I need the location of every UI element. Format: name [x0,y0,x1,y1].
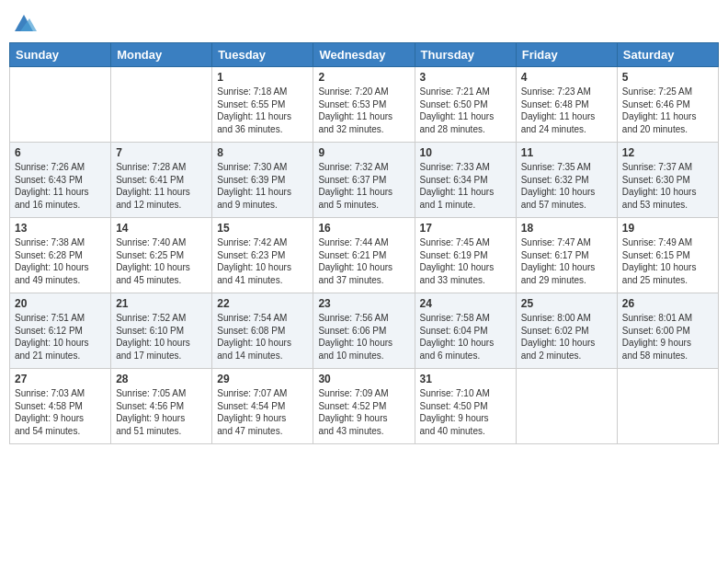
calendar-cell: 20Sunrise: 7:51 AM Sunset: 6:12 PM Dayli… [10,293,111,369]
day-number: 15 [217,222,308,235]
weekday-header-saturday: Saturday [617,43,718,67]
day-number: 21 [116,297,207,310]
day-info: Sunrise: 7:52 AM Sunset: 6:10 PM Dayligh… [116,312,207,362]
calendar-cell: 16Sunrise: 7:44 AM Sunset: 6:21 PM Dayli… [313,218,415,293]
day-info: Sunrise: 7:49 AM Sunset: 6:15 PM Dayligh… [622,236,713,286]
day-number: 4 [521,71,612,84]
weekday-header-sunday: Sunday [10,43,111,67]
calendar-table: SundayMondayTuesdayWednesdayThursdayFrid… [9,42,719,444]
calendar-cell [10,67,111,143]
calendar-week-1: 1Sunrise: 7:18 AM Sunset: 6:55 PM Daylig… [10,67,719,143]
calendar-week-4: 20Sunrise: 7:51 AM Sunset: 6:12 PM Dayli… [10,293,719,369]
calendar-cell: 7Sunrise: 7:28 AM Sunset: 6:41 PM Daylig… [111,143,212,218]
day-info: Sunrise: 7:07 AM Sunset: 4:54 PM Dayligh… [217,387,308,437]
weekday-header-row: SundayMondayTuesdayWednesdayThursdayFrid… [10,43,719,67]
calendar-cell: 26Sunrise: 8:01 AM Sunset: 6:00 PM Dayli… [617,293,718,369]
calendar-cell: 8Sunrise: 7:30 AM Sunset: 6:39 PM Daylig… [212,143,313,218]
calendar-week-5: 27Sunrise: 7:03 AM Sunset: 4:58 PM Dayli… [10,369,719,444]
day-number: 22 [217,297,308,310]
calendar-cell: 10Sunrise: 7:33 AM Sunset: 6:34 PM Dayli… [415,143,516,218]
calendar-cell: 19Sunrise: 7:49 AM Sunset: 6:15 PM Dayli… [617,218,718,293]
header [9,9,719,35]
calendar-cell: 22Sunrise: 7:54 AM Sunset: 6:08 PM Dayli… [212,293,313,369]
day-info: Sunrise: 7:32 AM Sunset: 6:37 PM Dayligh… [318,161,409,211]
weekday-header-monday: Monday [111,43,212,67]
day-number: 9 [318,146,409,159]
day-info: Sunrise: 7:33 AM Sunset: 6:34 PM Dayligh… [420,161,511,211]
calendar-cell: 5Sunrise: 7:25 AM Sunset: 6:46 PM Daylig… [617,67,718,143]
day-number: 7 [116,146,207,159]
calendar-cell: 1Sunrise: 7:18 AM Sunset: 6:55 PM Daylig… [212,67,313,143]
day-number: 8 [217,146,308,159]
logo [9,9,37,35]
day-number: 27 [15,373,106,385]
calendar-cell [516,369,617,444]
day-number: 11 [521,146,612,159]
day-number: 31 [420,373,511,385]
day-number: 6 [15,146,106,159]
calendar-page: SundayMondayTuesdayWednesdayThursdayFrid… [0,0,728,563]
day-info: Sunrise: 7:47 AM Sunset: 6:17 PM Dayligh… [521,236,612,286]
day-info: Sunrise: 7:40 AM Sunset: 6:25 PM Dayligh… [116,236,207,286]
day-number: 25 [521,297,612,310]
day-info: Sunrise: 7:54 AM Sunset: 6:08 PM Dayligh… [217,312,308,362]
day-number: 20 [15,297,106,310]
day-info: Sunrise: 7:51 AM Sunset: 6:12 PM Dayligh… [15,312,106,362]
logo-icon [11,9,37,35]
calendar-cell: 15Sunrise: 7:42 AM Sunset: 6:23 PM Dayli… [212,218,313,293]
day-info: Sunrise: 7:58 AM Sunset: 6:04 PM Dayligh… [420,312,511,362]
day-number: 12 [622,146,713,159]
day-info: Sunrise: 7:45 AM Sunset: 6:19 PM Dayligh… [420,236,511,286]
day-number: 1 [217,71,308,84]
day-number: 17 [420,222,511,235]
day-number: 29 [217,373,308,385]
calendar-cell: 4Sunrise: 7:23 AM Sunset: 6:48 PM Daylig… [516,67,617,143]
day-info: Sunrise: 7:09 AM Sunset: 4:52 PM Dayligh… [318,387,409,437]
calendar-cell: 17Sunrise: 7:45 AM Sunset: 6:19 PM Dayli… [415,218,516,293]
calendar-cell: 2Sunrise: 7:20 AM Sunset: 6:53 PM Daylig… [313,67,415,143]
calendar-cell [617,369,718,444]
day-number: 28 [116,373,207,385]
calendar-cell: 29Sunrise: 7:07 AM Sunset: 4:54 PM Dayli… [212,369,313,444]
day-number: 2 [318,71,409,84]
day-info: Sunrise: 7:56 AM Sunset: 6:06 PM Dayligh… [318,312,409,362]
day-info: Sunrise: 7:25 AM Sunset: 6:46 PM Dayligh… [622,86,713,135]
weekday-header-wednesday: Wednesday [313,43,415,67]
day-number: 16 [318,222,409,235]
day-number: 19 [622,222,713,235]
weekday-header-thursday: Thursday [415,43,516,67]
calendar-cell: 11Sunrise: 7:35 AM Sunset: 6:32 PM Dayli… [516,143,617,218]
weekday-header-tuesday: Tuesday [212,43,313,67]
day-info: Sunrise: 7:35 AM Sunset: 6:32 PM Dayligh… [521,161,612,211]
day-info: Sunrise: 7:30 AM Sunset: 6:39 PM Dayligh… [217,161,308,211]
day-number: 18 [521,222,612,235]
day-number: 23 [318,297,409,310]
calendar-cell: 6Sunrise: 7:26 AM Sunset: 6:43 PM Daylig… [10,143,111,218]
day-info: Sunrise: 7:10 AM Sunset: 4:50 PM Dayligh… [420,387,511,437]
day-info: Sunrise: 7:20 AM Sunset: 6:53 PM Dayligh… [318,86,409,135]
day-number: 14 [116,222,207,235]
calendar-cell: 23Sunrise: 7:56 AM Sunset: 6:06 PM Dayli… [313,293,415,369]
calendar-cell: 13Sunrise: 7:38 AM Sunset: 6:28 PM Dayli… [10,218,111,293]
calendar-cell [111,67,212,143]
day-number: 26 [622,297,713,310]
day-info: Sunrise: 8:01 AM Sunset: 6:00 PM Dayligh… [622,312,713,362]
day-info: Sunrise: 7:03 AM Sunset: 4:58 PM Dayligh… [15,387,106,437]
day-info: Sunrise: 7:05 AM Sunset: 4:56 PM Dayligh… [116,387,207,437]
calendar-cell: 31Sunrise: 7:10 AM Sunset: 4:50 PM Dayli… [415,369,516,444]
day-info: Sunrise: 7:42 AM Sunset: 6:23 PM Dayligh… [217,236,308,286]
day-info: Sunrise: 7:23 AM Sunset: 6:48 PM Dayligh… [521,86,612,135]
day-info: Sunrise: 7:21 AM Sunset: 6:50 PM Dayligh… [420,86,511,135]
day-info: Sunrise: 8:00 AM Sunset: 6:02 PM Dayligh… [521,312,612,362]
day-number: 24 [420,297,511,310]
day-number: 30 [318,373,409,385]
calendar-week-3: 13Sunrise: 7:38 AM Sunset: 6:28 PM Dayli… [10,218,719,293]
day-info: Sunrise: 7:18 AM Sunset: 6:55 PM Dayligh… [217,86,308,135]
day-info: Sunrise: 7:44 AM Sunset: 6:21 PM Dayligh… [318,236,409,286]
calendar-cell: 12Sunrise: 7:37 AM Sunset: 6:30 PM Dayli… [617,143,718,218]
calendar-cell: 21Sunrise: 7:52 AM Sunset: 6:10 PM Dayli… [111,293,212,369]
calendar-cell: 24Sunrise: 7:58 AM Sunset: 6:04 PM Dayli… [415,293,516,369]
day-number: 5 [622,71,713,84]
calendar-cell: 27Sunrise: 7:03 AM Sunset: 4:58 PM Dayli… [10,369,111,444]
calendar-week-2: 6Sunrise: 7:26 AM Sunset: 6:43 PM Daylig… [10,143,719,218]
